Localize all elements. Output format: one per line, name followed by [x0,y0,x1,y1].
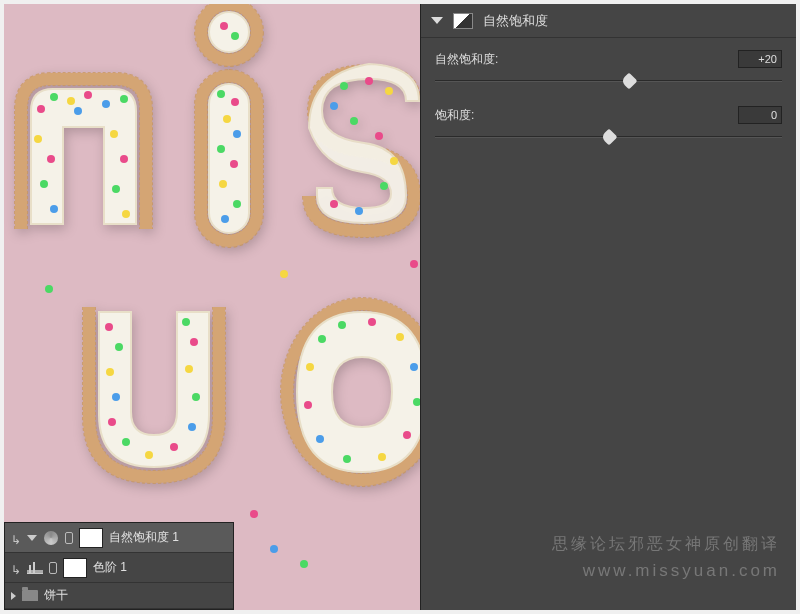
svg-point-58 [368,318,376,326]
svg-point-9 [50,205,58,213]
svg-point-11 [120,155,128,163]
svg-point-47 [122,438,130,446]
svg-point-8 [40,180,48,188]
svg-point-54 [182,318,190,326]
svg-point-5 [120,95,128,103]
svg-point-41 [330,200,338,208]
svg-point-27 [217,145,225,153]
svg-point-64 [343,455,351,463]
svg-point-59 [396,333,404,341]
svg-point-65 [316,435,324,443]
svg-point-46 [108,418,116,426]
layers-panel: ↳ 自然饱和度 1 ↳ 色阶 1 饼干 [4,522,234,610]
cookie-letter-n [4,49,176,249]
svg-point-28 [230,160,238,168]
svg-point-26 [233,130,241,138]
vibrance-label: 自然饱和度: [435,51,498,68]
svg-point-34 [385,87,393,95]
folder-icon [22,590,38,601]
clip-icon: ↳ [11,563,21,573]
svg-point-71 [250,510,258,518]
layer-group[interactable]: 饼干 [5,583,233,609]
svg-point-62 [403,431,411,439]
svg-point-14 [74,107,82,115]
svg-point-4 [102,100,110,108]
svg-point-29 [219,180,227,188]
layer-mask-thumbnail[interactable] [79,528,103,548]
svg-point-0 [37,105,45,113]
svg-point-30 [233,200,241,208]
properties-header: 自然饱和度 [421,4,796,38]
svg-point-63 [378,453,386,461]
saturation-slider-thumb[interactable] [600,129,617,146]
svg-point-36 [350,117,358,125]
layer-mask-thumbnail[interactable] [63,558,87,578]
svg-point-52 [185,365,193,373]
svg-point-13 [122,210,130,218]
expand-triangle-icon[interactable] [27,535,37,541]
vibrance-control: 自然饱和度: [421,38,796,94]
clip-icon: ↳ [11,533,21,543]
saturation-control: 饱和度: [421,94,796,150]
layer-vibrance-adjustment[interactable]: ↳ 自然饱和度 1 [5,523,233,553]
vibrance-value-input[interactable] [738,50,782,68]
svg-point-49 [170,443,178,451]
document-canvas[interactable] [4,4,420,610]
svg-point-35 [330,102,338,110]
cookie-letter-o [272,287,420,497]
layer-name[interactable]: 色阶 1 [93,559,127,576]
svg-point-69 [280,270,288,278]
group-name[interactable]: 饼干 [44,587,68,604]
svg-point-22 [231,32,239,40]
svg-point-6 [34,135,42,143]
cookie-letter-i [179,4,279,254]
svg-point-66 [304,401,312,409]
layer-mask-link-icon[interactable] [49,562,57,574]
svg-point-40 [355,207,363,215]
panel-title: 自然饱和度 [483,12,548,30]
svg-point-32 [340,82,348,90]
svg-point-12 [112,185,120,193]
svg-point-10 [110,130,118,138]
svg-point-37 [375,132,383,140]
svg-point-1 [50,93,58,101]
svg-point-57 [338,321,346,329]
cookie-letter-u [64,287,244,497]
svg-point-70 [45,285,53,293]
svg-point-39 [380,182,388,190]
svg-point-25 [223,115,231,123]
collapse-triangle-icon[interactable] [431,17,443,24]
vibrance-slider-thumb[interactable] [621,73,638,90]
layer-levels-adjustment[interactable]: ↳ 色阶 1 [5,553,233,583]
svg-point-50 [188,423,196,431]
svg-point-23 [217,90,225,98]
expand-group-icon[interactable] [11,592,16,600]
saturation-label: 饱和度: [435,107,474,124]
svg-point-53 [190,338,198,346]
properties-panel: 自然饱和度 自然饱和度: 饱和度: [420,4,796,610]
svg-rect-20 [209,84,249,233]
svg-point-74 [410,260,418,268]
svg-point-73 [300,560,308,568]
svg-point-68 [318,335,326,343]
svg-point-38 [390,157,398,165]
svg-point-45 [112,393,120,401]
vibrance-slider[interactable] [435,74,782,90]
saturation-slider[interactable] [435,130,782,146]
layer-name[interactable]: 自然饱和度 1 [109,529,179,546]
svg-point-33 [365,77,373,85]
layer-mask-link-icon[interactable] [65,532,73,544]
svg-point-72 [270,545,278,553]
cookie-letter-s [284,46,420,246]
svg-point-48 [145,451,153,459]
svg-point-51 [192,393,200,401]
levels-layer-icon [27,560,43,576]
svg-point-31 [221,215,229,223]
vibrance-layer-icon [43,530,59,546]
svg-point-3 [84,91,92,99]
svg-point-24 [231,98,239,106]
svg-point-43 [115,343,123,351]
saturation-value-input[interactable] [738,106,782,124]
svg-point-60 [410,363,418,371]
vibrance-adjustment-icon [453,13,473,29]
